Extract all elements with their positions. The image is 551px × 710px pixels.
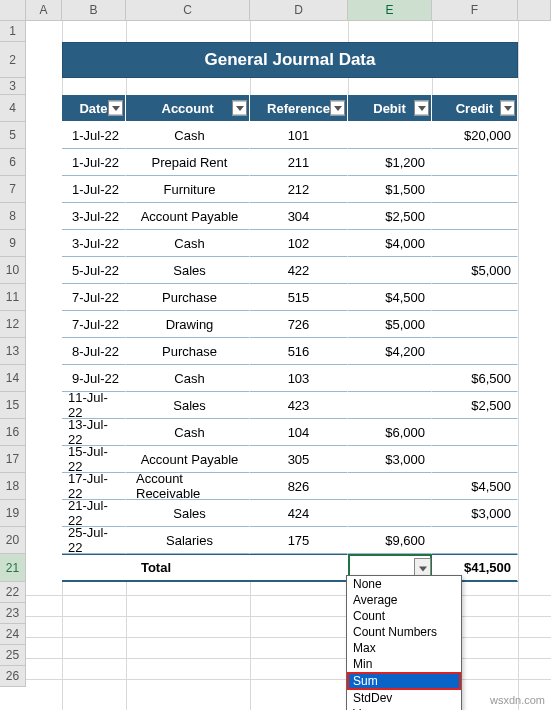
cell-credit[interactable] <box>432 311 518 338</box>
dropdown-option[interactable]: Count <box>347 608 461 624</box>
aggregate-dropdown[interactable]: NoneAverageCountCount NumbersMaxMinSumSt… <box>346 575 462 710</box>
cell-reference[interactable]: 103 <box>250 365 348 392</box>
cell-reference[interactable]: 104 <box>250 419 348 446</box>
dropdown-option[interactable]: Var <box>347 706 461 710</box>
dropdown-option[interactable]: Count Numbers <box>347 624 461 640</box>
col-E[interactable]: E <box>348 0 432 21</box>
cell-date[interactable]: 1-Jul-22 <box>62 176 126 203</box>
header-account[interactable]: Account <box>126 95 250 122</box>
cell-credit[interactable]: $4,500 <box>432 473 518 500</box>
cell-credit[interactable] <box>432 230 518 257</box>
cell-debit[interactable] <box>348 365 432 392</box>
cell-credit[interactable] <box>432 446 518 473</box>
cell-reference[interactable]: 304 <box>250 203 348 230</box>
cell-credit[interactable]: $2,500 <box>432 392 518 419</box>
col-F[interactable]: F <box>432 0 518 21</box>
cell-account[interactable]: Sales <box>126 392 250 419</box>
row-26[interactable]: 26 <box>0 666 26 687</box>
header-reference[interactable]: Reference <box>250 95 348 122</box>
cell-date[interactable]: 9-Jul-22 <box>62 365 126 392</box>
cell-debit[interactable]: $1,200 <box>348 149 432 176</box>
col-D[interactable]: D <box>250 0 348 21</box>
cell-account[interactable]: Cash <box>126 122 250 149</box>
cell-debit[interactable]: $4,500 <box>348 284 432 311</box>
row-6[interactable]: 6 <box>0 149 26 176</box>
cell-date[interactable]: 1-Jul-22 <box>62 149 126 176</box>
filter-button[interactable] <box>500 101 515 116</box>
row-15[interactable]: 15 <box>0 392 26 419</box>
cell-reference[interactable]: 726 <box>250 311 348 338</box>
cell-account[interactable]: Account Receivable <box>126 473 250 500</box>
dropdown-option[interactable]: Max <box>347 640 461 656</box>
cell-debit[interactable]: $5,000 <box>348 311 432 338</box>
cell-date[interactable]: 5-Jul-22 <box>62 257 126 284</box>
cell-credit[interactable]: $5,000 <box>432 257 518 284</box>
cell-date[interactable]: 3-Jul-22 <box>62 203 126 230</box>
cell-date[interactable]: 1-Jul-22 <box>62 122 126 149</box>
dropdown-option[interactable]: StdDev <box>347 690 461 706</box>
filter-button[interactable] <box>108 101 123 116</box>
cell-credit[interactable]: $20,000 <box>432 122 518 149</box>
cell-date[interactable]: 17-Jul-22 <box>62 473 126 500</box>
cell-debit[interactable]: $4,000 <box>348 230 432 257</box>
col-C[interactable]: C <box>126 0 250 21</box>
cell-reference[interactable]: 175 <box>250 527 348 554</box>
header-debit[interactable]: Debit <box>348 95 432 122</box>
row-1[interactable]: 1 <box>0 21 26 42</box>
row-4[interactable]: 4 <box>0 95 26 122</box>
cell-date[interactable]: 25-Jul-22 <box>62 527 126 554</box>
row-21[interactable]: 21 <box>0 554 26 582</box>
row-5[interactable]: 5 <box>0 122 26 149</box>
cell-credit[interactable] <box>432 149 518 176</box>
cell-debit[interactable] <box>348 500 432 527</box>
cell-debit[interactable]: $6,000 <box>348 419 432 446</box>
cell-reference[interactable]: 211 <box>250 149 348 176</box>
row-24[interactable]: 24 <box>0 624 26 645</box>
cell-date[interactable]: 15-Jul-22 <box>62 446 126 473</box>
cell-credit[interactable] <box>432 419 518 446</box>
cell-debit[interactable]: $2,500 <box>348 203 432 230</box>
col-B[interactable]: B <box>62 0 126 21</box>
row-9[interactable]: 9 <box>0 230 26 257</box>
row-3[interactable]: 3 <box>0 78 26 95</box>
cell-date[interactable]: 21-Jul-22 <box>62 500 126 527</box>
filter-button[interactable] <box>414 101 429 116</box>
cell-reference[interactable]: 424 <box>250 500 348 527</box>
cell-debit[interactable] <box>348 122 432 149</box>
cell-credit[interactable]: $6,500 <box>432 365 518 392</box>
col-A[interactable]: A <box>26 0 62 21</box>
cell-date[interactable]: 8-Jul-22 <box>62 338 126 365</box>
row-20[interactable]: 20 <box>0 527 26 554</box>
cell-reference[interactable]: 515 <box>250 284 348 311</box>
row-17[interactable]: 17 <box>0 446 26 473</box>
header-date[interactable]: Date <box>62 95 126 122</box>
cell-account[interactable]: Furniture <box>126 176 250 203</box>
cell-date[interactable]: 7-Jul-22 <box>62 284 126 311</box>
cell-debit[interactable] <box>348 473 432 500</box>
cell-account[interactable]: Purchase <box>126 284 250 311</box>
dropdown-option[interactable]: Sum <box>347 672 461 690</box>
cell-reference[interactable]: 305 <box>250 446 348 473</box>
dropdown-option[interactable]: None <box>347 576 461 592</box>
row-14[interactable]: 14 <box>0 365 26 392</box>
row-18[interactable]: 18 <box>0 473 26 500</box>
cell-reference[interactable]: 423 <box>250 392 348 419</box>
cell-reference[interactable]: 826 <box>250 473 348 500</box>
cell-credit[interactable] <box>432 338 518 365</box>
cell-debit[interactable]: $4,200 <box>348 338 432 365</box>
row-23[interactable]: 23 <box>0 603 26 624</box>
cell-credit[interactable] <box>432 527 518 554</box>
row-13[interactable]: 13 <box>0 338 26 365</box>
dropdown-option[interactable]: Min <box>347 656 461 672</box>
select-all-corner[interactable] <box>0 0 26 21</box>
cell-credit[interactable] <box>432 203 518 230</box>
cell-credit[interactable] <box>432 284 518 311</box>
cell-date[interactable]: 11-Jul-22 <box>62 392 126 419</box>
row-25[interactable]: 25 <box>0 645 26 666</box>
cell-debit[interactable] <box>348 392 432 419</box>
row-19[interactable]: 19 <box>0 500 26 527</box>
cell-account[interactable]: Account Payable <box>126 446 250 473</box>
row-22[interactable]: 22 <box>0 582 26 603</box>
row-16[interactable]: 16 <box>0 419 26 446</box>
row-11[interactable]: 11 <box>0 284 26 311</box>
